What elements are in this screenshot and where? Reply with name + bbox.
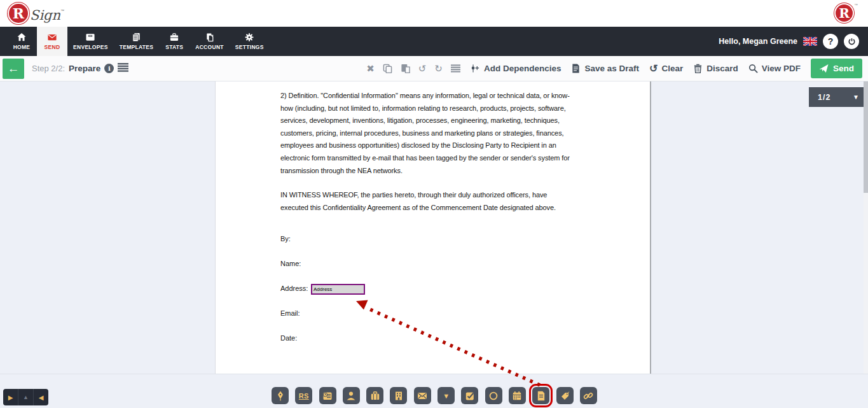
clear-button[interactable]: ↺ Clear <box>649 64 683 74</box>
discard-button[interactable]: Discard <box>693 64 738 73</box>
paper-plane-icon <box>819 64 829 73</box>
initials-rs-icon: RS <box>299 392 309 400</box>
nav-label: TEMPLATES <box>120 44 154 50</box>
tool-date[interactable] <box>509 387 526 404</box>
field-tool-strip: RS ▼ <box>272 387 597 404</box>
doc-line: how (including, but not limited to, info… <box>280 102 570 115</box>
pager-next-button[interactable]: ▶ <box>3 389 18 405</box>
briefcase-icon <box>370 391 380 401</box>
tool-email[interactable] <box>414 387 431 404</box>
vertical-scrollbar-thumb[interactable] <box>864 81 868 193</box>
paste-icon[interactable] <box>401 64 410 73</box>
nav-label: SETTINGS <box>235 44 264 50</box>
step-name: Prepare <box>69 64 100 73</box>
tool-initials[interactable]: RS <box>295 387 312 404</box>
doc-field-address: Address: <box>280 285 308 292</box>
doc-line: customers, pricing, internal procedures,… <box>280 127 570 140</box>
nav-item-templates[interactable]: TEMPLATES <box>114 27 160 56</box>
tool-text-field[interactable] <box>532 387 549 404</box>
back-button[interactable]: ← <box>3 59 24 79</box>
settings-gear-icon <box>244 32 255 42</box>
delete-field-icon[interactable]: ✖ <box>366 64 375 73</box>
account-pages-icon <box>204 32 216 42</box>
logout-button[interactable] <box>844 34 859 49</box>
save-as-draft-button[interactable]: Save as Draft <box>571 64 639 73</box>
copy-icon[interactable] <box>383 64 392 73</box>
page-number: 1/2 <box>818 93 830 102</box>
tool-name[interactable] <box>343 387 360 404</box>
label-tag-icon <box>560 391 570 401</box>
doc-field-date: Date: <box>280 334 297 342</box>
trademark-symbol: ™ <box>60 9 64 13</box>
radio-circle-icon <box>488 391 499 401</box>
doc-line: electronic form transmitted by e-mail th… <box>280 152 570 165</box>
nav-item-home[interactable]: HOME <box>6 27 37 56</box>
redo-icon[interactable]: ↻ <box>434 64 443 73</box>
magnifier-icon <box>748 64 758 73</box>
rsign-logo: R Sign ™ <box>8 3 64 24</box>
clear-undo-icon: ↺ <box>649 64 658 74</box>
tool-dropdown[interactable]: ▼ <box>437 387 455 404</box>
calendar-icon <box>512 391 522 401</box>
info-icon[interactable]: i <box>104 64 114 73</box>
corner-logo: R ™ <box>834 3 858 23</box>
view-pdf-button[interactable]: View PDF <box>748 64 801 73</box>
play-left-icon: ◀ <box>39 394 44 401</box>
document-page[interactable]: 2) Definition. "Confidential Information… <box>215 81 650 374</box>
nav-item-account[interactable]: ACCOUNT <box>189 27 230 56</box>
draft-document-icon <box>571 64 581 73</box>
nav-item-envelopes[interactable]: ENVELOPES <box>67 27 114 56</box>
edit-utilities: ✖ ↺ ↻ <box>366 64 460 73</box>
tool-date-time-stamp[interactable] <box>319 387 336 404</box>
dependencies-icon <box>471 64 480 73</box>
tool-company[interactable] <box>390 387 407 404</box>
alignment-menu-icon[interactable] <box>451 64 460 73</box>
language-flag-icon[interactable] <box>803 37 817 46</box>
checkbox-icon <box>465 391 475 401</box>
person-icon <box>346 391 356 401</box>
nav-item-settings[interactable]: SETTINGS <box>230 27 270 56</box>
tool-signature[interactable] <box>272 387 289 404</box>
address-input-field[interactable]: Address <box>311 284 365 295</box>
nav-label: ACCOUNT <box>195 44 224 50</box>
field-list-icon[interactable] <box>118 63 128 74</box>
pager-up-button[interactable]: ▲ <box>18 389 33 405</box>
field-tools-bar: ▶ ▲ ◀ RS <box>0 374 868 408</box>
help-button[interactable]: ? <box>823 34 838 49</box>
doc-line: transmission through the NEA networks. <box>280 165 570 178</box>
page-number-dropdown[interactable]: 1/2 ▼ <box>809 87 865 107</box>
undo-icon[interactable]: ↺ <box>418 64 427 73</box>
doc-field-by: By: <box>280 235 291 243</box>
send-button[interactable]: Send <box>811 59 862 78</box>
rsign-logo-r-icon: R <box>8 3 29 24</box>
tool-hyperlink[interactable] <box>580 387 597 404</box>
tool-radio[interactable] <box>485 387 502 404</box>
tool-label[interactable] <box>556 387 574 404</box>
link-chain-icon <box>583 391 593 401</box>
trash-icon <box>693 64 703 73</box>
send-envelope-icon <box>46 32 58 42</box>
stats-briefcase-icon <box>169 32 180 42</box>
nav-label: STATS <box>165 44 183 50</box>
view-pdf-label: View PDF <box>762 64 801 73</box>
user-greeting: Hello, Megan Greene <box>719 37 797 46</box>
corner-r-icon: R <box>834 3 854 23</box>
pager-prev-button[interactable]: ◀ <box>33 389 48 405</box>
document-paragraph-1: 2) Definition. "Confidential Information… <box>280 90 570 177</box>
text-document-icon <box>536 391 546 401</box>
nav-label: HOME <box>13 44 31 50</box>
add-dependencies-button[interactable]: Add Dependencies <box>471 64 561 73</box>
tool-title[interactable] <box>366 387 383 404</box>
doc-line: executed this Confidentiality Agreement … <box>280 202 556 215</box>
main-navbar: HOME SEND ENVELOPES TEMPLATES STATS ACCO… <box>0 27 868 56</box>
nav-item-stats[interactable]: STATS <box>159 27 189 56</box>
add-dependencies-label: Add Dependencies <box>484 64 561 73</box>
doc-line: services, development, inventions, litig… <box>280 115 570 127</box>
step-prefix: Step 2/2: <box>32 64 65 73</box>
tool-checkbox[interactable] <box>461 387 478 404</box>
nav-right-group: Hello, Megan Greene ? <box>719 27 868 56</box>
dropdown-triangle-icon: ▼ <box>443 392 450 400</box>
nav-item-send[interactable]: SEND <box>37 27 67 56</box>
top-brand-bar: R Sign ™ R ™ <box>0 0 868 27</box>
document-paragraph-2: IN WITNESS WHEREOF, the parties hereto, … <box>280 189 556 214</box>
